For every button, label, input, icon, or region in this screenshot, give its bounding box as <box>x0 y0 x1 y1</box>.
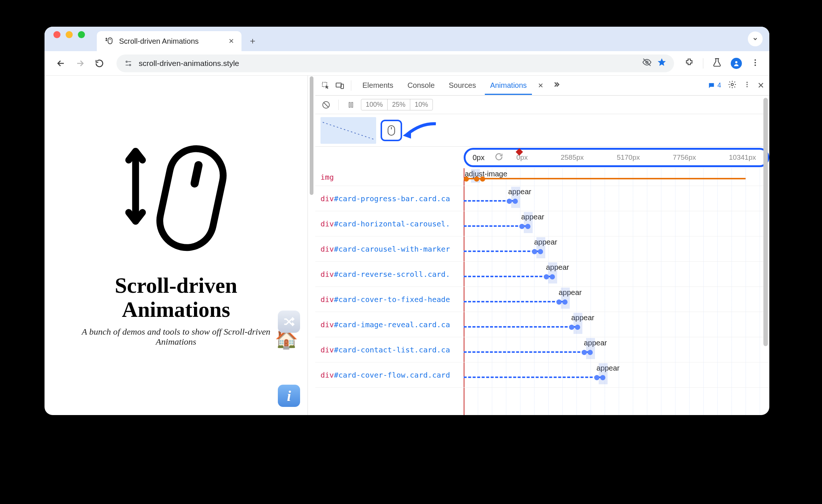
page-side-buttons: i <box>278 385 300 407</box>
svg-point-24 <box>746 86 747 87</box>
device-toolbar-icon[interactable] <box>335 80 345 91</box>
speed-100[interactable]: 100% <box>361 99 388 110</box>
new-tab-button[interactable]: ＋ <box>245 33 260 48</box>
tab-close-icon[interactable]: ✕ <box>533 76 549 95</box>
browser-menu-icon[interactable] <box>751 58 760 69</box>
devtools-menu-icon[interactable] <box>743 81 751 90</box>
speed-25[interactable]: 25% <box>388 99 410 110</box>
animation-element-row[interactable]: div#card-reverse-scroll.card. <box>315 262 464 287</box>
pause-icon[interactable] <box>345 99 356 110</box>
animation-segment[interactable] <box>464 326 576 328</box>
animation-group-thumbnail[interactable] <box>320 117 376 144</box>
svg-line-17 <box>194 165 198 183</box>
svg-marker-31 <box>403 130 411 139</box>
svg-rect-16 <box>155 144 228 253</box>
inspect-element-icon[interactable] <box>320 80 331 91</box>
animation-element-row[interactable]: img <box>315 168 464 186</box>
tab-title: Scroll-driven Animations <box>119 37 199 46</box>
animation-track-row[interactable]: appear <box>464 211 769 236</box>
animation-element-row[interactable]: div#card-carousel-with-marker <box>315 236 464 262</box>
animation-segment[interactable] <box>464 251 539 252</box>
svg-point-23 <box>746 84 747 85</box>
toolbar-right-icons <box>684 58 760 69</box>
svg-point-15 <box>754 64 756 66</box>
traffic-lights <box>53 27 97 51</box>
animation-track-area[interactable]: adjust-imageappearappearappearappearappe… <box>464 168 769 415</box>
issues-button[interactable]: 4 <box>708 82 721 89</box>
animation-element-row[interactable]: div#card-contact-list.card.ca <box>315 337 464 362</box>
tab-sources[interactable]: Sources <box>444 76 481 95</box>
divider <box>703 58 703 69</box>
close-window-button[interactable] <box>53 31 60 38</box>
tab-animations[interactable]: Animations <box>485 76 532 95</box>
devtools-tabs: Elements Console Sources Animations ✕ 4 <box>315 76 769 96</box>
playback-speed-group[interactable]: 100% 25% 10% <box>361 99 433 110</box>
animation-element-row[interactable]: div#card-cover-flow.card.card <box>315 362 464 388</box>
animation-track-row[interactable]: appear <box>464 312 769 337</box>
tick-2: 5170px <box>617 153 640 162</box>
svg-point-22 <box>746 82 747 83</box>
reload-button[interactable] <box>93 57 106 70</box>
animation-track-row[interactable]: appear <box>464 337 769 362</box>
animation-element-row[interactable]: div#card-progress-bar.card.ca <box>315 186 464 211</box>
close-tab-icon[interactable]: ✕ <box>228 37 234 45</box>
tabs-dropdown-button[interactable] <box>748 32 763 46</box>
devtools-panel: Elements Console Sources Animations ✕ 4 <box>315 76 769 415</box>
animations-body: imgdiv#card-progress-bar.card.cadiv#card… <box>315 168 769 415</box>
shuffle-button[interactable] <box>278 311 300 333</box>
devtools-settings-icon[interactable] <box>728 80 737 91</box>
animation-segment[interactable] <box>464 178 746 179</box>
animation-element-row[interactable]: div#card-horizontal-carousel. <box>315 211 464 236</box>
forward-button[interactable] <box>73 57 87 70</box>
url-text: scroll-driven-animations.style <box>139 59 239 68</box>
svg-rect-0 <box>108 38 112 44</box>
replay-icon[interactable] <box>495 153 503 163</box>
svg-rect-27 <box>349 102 350 107</box>
pane-scrollbar[interactable] <box>308 76 315 415</box>
more-tabs-icon[interactable] <box>552 80 560 90</box>
clear-animations-icon[interactable] <box>320 99 332 110</box>
animation-element-row[interactable]: div#card-cover-to-fixed-heade <box>315 287 464 312</box>
minimize-window-button[interactable] <box>66 31 73 38</box>
browser-window: Scroll-driven Animations ✕ ＋ <box>45 27 769 415</box>
devtools-scrollbar[interactable] <box>763 98 768 346</box>
info-button[interactable]: i <box>278 385 300 407</box>
profile-avatar[interactable] <box>731 58 742 69</box>
animation-track-row[interactable]: appear <box>464 362 769 388</box>
animation-segment[interactable] <box>464 351 589 353</box>
visibility-off-icon[interactable] <box>642 57 652 69</box>
animations-toolbar: 100% 25% 10% <box>315 96 769 114</box>
animation-element-row[interactable]: div#card-image-reveal.card.ca <box>315 312 464 337</box>
browser-tab[interactable]: Scroll-driven Animations ✕ <box>97 31 241 51</box>
svg-point-4 <box>126 61 128 62</box>
animation-segment[interactable] <box>464 377 602 378</box>
extensions-icon[interactable] <box>684 58 694 69</box>
tab-console[interactable]: Console <box>402 76 440 95</box>
animation-track-row[interactable]: appear <box>464 186 769 211</box>
timeline-ruler-pill[interactable]: 0px 0px 2585px 5170px 7756px 10341px <box>464 148 769 167</box>
speed-10[interactable]: 10% <box>410 99 433 110</box>
maximize-window-button[interactable] <box>78 31 85 38</box>
animation-segment[interactable] <box>464 276 551 277</box>
browser-toolbar: scroll-driven-animations.style <box>45 51 769 76</box>
animation-track-row[interactable]: adjust-image <box>464 168 769 186</box>
tick-3: 7756px <box>673 153 696 162</box>
address-bar[interactable]: scroll-driven-animations.style <box>116 54 674 72</box>
tab-elements[interactable]: Elements <box>357 76 398 95</box>
animation-segment[interactable] <box>464 200 514 202</box>
ruler-ticks: 0px 2585px 5170px 7756px 10341px <box>516 150 756 165</box>
animation-track-row[interactable]: appear <box>464 236 769 262</box>
svg-point-12 <box>735 61 737 63</box>
bookmark-star-icon[interactable] <box>657 57 667 69</box>
animation-segment[interactable] <box>464 301 564 302</box>
devtools-close-icon[interactable]: ✕ <box>757 81 764 90</box>
site-settings-icon[interactable] <box>124 59 133 68</box>
labs-icon[interactable] <box>712 58 722 69</box>
animation-track-row[interactable]: appear <box>464 262 769 287</box>
back-button[interactable] <box>54 57 68 70</box>
current-position: 0px <box>473 153 484 162</box>
animation-segment[interactable] <box>464 225 527 227</box>
animation-track-row[interactable]: appear <box>464 287 769 312</box>
scroll-driven-badge[interactable] <box>381 120 402 141</box>
issues-count: 4 <box>717 82 721 89</box>
